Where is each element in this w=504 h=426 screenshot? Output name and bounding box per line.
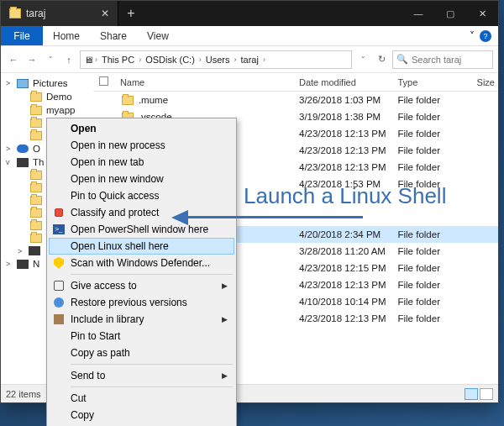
history-dropdown[interactable]: ˅ [43,52,58,67]
sidebar-item-label: O [33,144,40,154]
menu-item[interactable]: Open Linux shell here [49,238,234,255]
file-date: 4/23/2018 12:13 PM [299,280,398,290]
address-bar: ← → ˅ ↑ 🖥 › This PC › OSDisk (C:) › User… [1,46,498,73]
menu-item[interactable]: Send to▶ [49,367,234,384]
tab-title: taraj [26,8,45,19]
col-date-header[interactable]: Date modified [299,77,398,87]
view-mode-switcher [465,388,493,400]
tree-toggle-icon[interactable]: v [6,158,13,166]
nav-up-button[interactable]: ↑ [61,52,76,67]
file-type: File folder [397,313,465,323]
file-type: File folder [397,112,465,122]
menu-item-label: Open in new tab [71,156,144,168]
folder-icon [9,8,21,18]
menu-item-label: Scan with Windows Defender... [71,257,210,269]
select-all-checkbox[interactable] [99,76,108,86]
file-type: File folder [397,229,465,239]
menu-item[interactable]: Scan with Windows Defender... [49,255,234,271]
ribbon-file-tab[interactable]: File [1,26,43,45]
tree-toggle-icon[interactable]: > [6,79,13,87]
menu-item[interactable]: Pin to Start [49,328,234,344]
icons-view-button[interactable] [480,388,493,400]
menu-item[interactable]: Cut [49,390,234,407]
search-icon: 🔍 [396,54,408,65]
menu-item[interactable]: Copy [49,407,234,423]
file-type: File folder [397,129,465,139]
menu-item[interactable]: Classify and protect [49,204,234,221]
ribbon-tab-view[interactable]: View [137,26,179,45]
col-name-header[interactable]: Name [115,77,299,87]
ribbon-tab-home[interactable]: Home [43,26,90,45]
menu-item[interactable]: Include in library▶ [49,311,234,328]
folder-icon [30,106,42,115]
folder-icon [30,171,42,180]
menu-item[interactable]: Give access to▶ [49,277,234,294]
file-columns-header: Name Date modified Type Size [93,73,498,92]
menu-item-label: Send to [71,370,105,381]
sidebar-item-label: Demo [46,92,72,102]
menu-item[interactable]: >_Open PowerShell window here [49,221,234,238]
col-size-header[interactable]: Size [465,77,498,87]
menu-item[interactable]: Open in new process [49,137,234,154]
sidebar-item[interactable]: >Pictures [3,76,92,90]
crumb[interactable]: This PC [99,55,137,65]
tab-close-icon[interactable]: ✕ [101,8,109,19]
tree-toggle-icon[interactable]: > [18,247,24,255]
new-tab-button[interactable]: + [118,6,144,21]
menu-separator [71,387,233,387]
nav-back-button[interactable]: ← [6,52,21,67]
file-date: 4/23/2018 12:13 PM [299,129,398,139]
sidebar-item[interactable]: myapp [3,103,92,117]
ribbon-caret-icon[interactable]: ˅ [470,30,475,42]
item-count: 22 items [6,389,41,399]
breadcrumb[interactable]: 🖥 › This PC › OSDisk (C:) › Users › tara… [80,50,352,69]
crumb[interactable]: taraj [239,55,261,65]
refresh-button[interactable]: ↻ [374,52,389,67]
pictures-icon [17,79,29,88]
file-type: File folder [397,162,465,172]
pc-icon [17,158,29,167]
onedrive-icon [17,145,29,153]
maximize-button[interactable]: ▢ [434,1,466,26]
search-input[interactable]: 🔍 Search taraj [392,50,493,69]
chevron-right-icon[interactable]: › [139,55,141,64]
menu-item-label: Pin to Quick access [71,190,159,202]
nav-forward-button[interactable]: → [24,52,39,67]
minimize-button[interactable]: — [402,1,434,26]
menu-item[interactable]: Restore previous versions [49,294,234,311]
file-date: 3/26/2018 1:03 PM [299,95,398,105]
col-type-header[interactable]: Type [397,77,465,87]
chevron-right-icon[interactable]: › [234,55,237,64]
file-type: File folder [397,246,465,256]
menu-item-label: Open [71,123,97,134]
details-view-button[interactable] [465,388,478,400]
menu-item[interactable]: Pin to Quick access [49,187,234,204]
chevron-right-icon[interactable]: › [199,55,202,64]
sidebar-item[interactable]: Demo [3,90,92,103]
menu-item-label: Pin to Start [71,330,120,342]
window-controls: — ▢ ✕ [402,1,498,26]
menu-item[interactable]: Open [49,120,234,137]
menu-item[interactable]: Copy as path [49,344,234,361]
window-tab[interactable]: taraj ✕ [1,1,118,26]
close-button[interactable]: ✕ [466,1,498,26]
chevron-right-icon[interactable]: › [95,55,97,64]
ribbon-tab-share[interactable]: Share [90,26,137,45]
crumb[interactable]: Users [203,55,233,65]
submenu-arrow-icon: ▶ [222,281,228,290]
file-date: 4/20/2018 2:34 PM [299,229,398,239]
chevron-right-icon[interactable]: › [263,55,265,64]
crumb[interactable]: OSDisk (C:) [143,55,197,65]
file-date: 4/23/2018 12:15 PM [299,263,398,273]
menu-item[interactable]: Open in new tab [49,154,234,171]
menu-item-label: Open PowerShell window here [71,224,208,235]
menu-item[interactable]: Open in new window [49,171,234,187]
file-type: File folder [397,297,465,307]
file-row[interactable]: .mume3/26/2018 1:03 PMFile folder [93,92,498,108]
tree-toggle-icon[interactable]: > [6,260,13,268]
address-dropdown[interactable]: ˅ [355,52,370,67]
tree-toggle-icon[interactable]: > [6,145,13,153]
lock-icon [53,207,65,218]
help-icon[interactable]: ? [480,30,491,42]
search-placeholder: Search taraj [412,55,461,65]
